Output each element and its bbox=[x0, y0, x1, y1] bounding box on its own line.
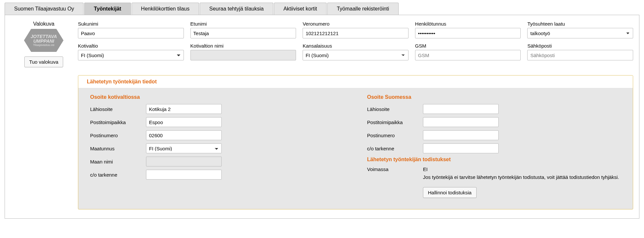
firstname-input[interactable] bbox=[190, 28, 296, 38]
finland-address-title: Osoite Suomessa bbox=[367, 94, 621, 100]
ssn-label: Henkilötunnus bbox=[415, 21, 521, 27]
fi-zip-label: Postinumero bbox=[367, 133, 420, 138]
home-countryname-input bbox=[146, 157, 222, 166]
fi-street-label: Lähiosoite bbox=[367, 106, 420, 112]
lastname-label: Sukunimi bbox=[78, 21, 184, 27]
photo-column: Valokuva JOTETTAVA UMPPANI Tilaajavastuu… bbox=[14, 21, 73, 67]
photo-label: Valokuva bbox=[14, 21, 73, 27]
tab-card-order[interactable]: Henkilökorttien tilaus bbox=[132, 3, 199, 15]
manage-certs-button[interactable]: Hallinnoi todistuksia bbox=[423, 187, 477, 198]
content-area: Valokuva JOTETTAVA UMPPANI Tilaajavastuu… bbox=[5, 15, 639, 219]
fields-grid: Sukunimi Etunimi Veronumero Henkilötunnu… bbox=[78, 21, 633, 60]
email-label: Sähköposti bbox=[527, 43, 633, 49]
home-address-section: Osoite kotivaltiossa Lähiosoite Postitoi… bbox=[90, 94, 344, 200]
photo-placeholder: JOTETTAVA UMPPANI Tilaajavastuu.ee bbox=[24, 29, 63, 52]
home-co-input[interactable] bbox=[146, 170, 222, 180]
valid-label: Voimassa bbox=[367, 166, 420, 172]
ssn-input[interactable] bbox=[415, 28, 521, 38]
home-country-select[interactable]: FI (Suomi) bbox=[78, 50, 184, 60]
fi-co-label: c/o tarkenne bbox=[367, 146, 420, 151]
tab-track-orders[interactable]: Seuraa tehtyjä tilauksia bbox=[200, 3, 273, 15]
home-zip-label: Postinumero bbox=[90, 133, 143, 138]
employment-type-label: Työsuhteen laatu bbox=[527, 21, 633, 27]
tab-employees[interactable]: Työntekijät bbox=[84, 3, 131, 15]
home-address-title: Osoite kotivaltiossa bbox=[90, 94, 344, 100]
fi-street-input[interactable] bbox=[423, 104, 499, 114]
home-countryname-label: Maan nimi bbox=[90, 159, 143, 164]
tab-site-register[interactable]: Työmaalle rekisteröinti bbox=[327, 3, 399, 15]
home-co-label: c/o tarkenne bbox=[90, 172, 143, 178]
home-country-label: Kotivaltio bbox=[78, 43, 184, 49]
home-zip-input[interactable] bbox=[146, 130, 222, 140]
email-input[interactable] bbox=[527, 50, 633, 60]
tab-active-cards[interactable]: Aktiiviset kortit bbox=[274, 3, 327, 15]
home-street-label: Lähiosoite bbox=[90, 106, 143, 112]
firstname-label: Etunimi bbox=[190, 21, 296, 27]
home-street-input[interactable] bbox=[146, 104, 222, 114]
posted-worker-panel: Lähetetyn työntekijän tiedot Osoite koti… bbox=[78, 75, 633, 209]
fi-city-input[interactable] bbox=[423, 117, 499, 127]
fi-co-input[interactable] bbox=[423, 143, 499, 153]
home-country-name-input bbox=[190, 50, 296, 60]
employment-type-select[interactable]: talkootyö bbox=[527, 28, 633, 38]
badge-sub: Tilaajavastuu.ee bbox=[33, 44, 54, 47]
badge-line2: UMPPANI bbox=[33, 39, 54, 44]
taxnumber-label: Veronumero bbox=[303, 21, 409, 27]
home-countrycode-label: Maatunnus bbox=[90, 146, 143, 151]
tab-bar: Suomen Tilaajavastuu Oy Työntekijät Henk… bbox=[5, 3, 639, 15]
panel-header: Lähetetyn työntekijän tiedot bbox=[78, 76, 633, 88]
home-city-label: Postitoimipaikka bbox=[90, 119, 143, 125]
nationality-select[interactable]: FI (Suomi) bbox=[303, 50, 409, 60]
cert-title: Lähetetyn työntekijän todistukset bbox=[367, 157, 621, 162]
home-city-input[interactable] bbox=[146, 117, 222, 127]
tab-company[interactable]: Suomen Tilaajavastuu Oy bbox=[5, 3, 84, 15]
gsm-label: GSM bbox=[415, 43, 521, 49]
nationality-label: Kansalaisuus bbox=[303, 43, 409, 49]
cert-note: Jos työntekijä ei tarvitse lähetetyn työ… bbox=[423, 174, 621, 181]
valid-value: EI bbox=[423, 166, 621, 172]
finland-address-section: Osoite Suomessa Lähiosoite Postitoimipai… bbox=[367, 94, 621, 200]
fi-city-label: Postitoimipaikka bbox=[367, 119, 420, 125]
fi-zip-input[interactable] bbox=[423, 130, 499, 140]
lastname-input[interactable] bbox=[78, 28, 184, 38]
home-country-name-label: Kotivaltion nimi bbox=[190, 43, 296, 49]
badge-line1: JOTETTAVA bbox=[31, 34, 57, 39]
home-countrycode-select[interactable]: FI (Suomi) bbox=[146, 143, 222, 153]
taxnumber-input[interactable] bbox=[303, 28, 409, 38]
upload-photo-button[interactable]: Tuo valokuva bbox=[24, 56, 63, 67]
gsm-input[interactable] bbox=[415, 50, 521, 60]
